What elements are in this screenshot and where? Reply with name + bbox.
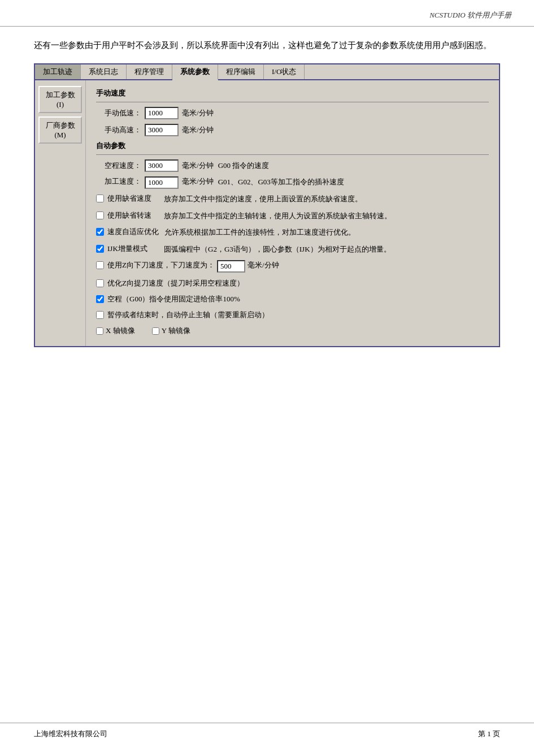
- tab-bar: 加工轨迹 系统日志 程序管理 系统参数 程序编辑 I/O状态: [35, 64, 499, 80]
- checkbox-row-z-down-speed: 使用Z向下刀速度，下刀速度为： 毫米/分钟: [96, 260, 489, 273]
- checkbox-row-g00-fixed-feed: 空程（G00）指令使用固定进给倍率100%: [96, 294, 489, 304]
- g00-fixed-feed-label[interactable]: 空程（G00）指令使用固定进给倍率100%: [107, 294, 240, 304]
- panel-body: 加工参数(I) 厂商参数(M) 手动速度 手动低速： 毫米/分钟 手动高速：: [35, 80, 499, 346]
- auto-stop-spindle-checkbox[interactable]: [96, 311, 104, 319]
- rapid-input[interactable]: [145, 159, 179, 172]
- adaptive-speed-desc: 允许系统根据加工工件的连接特性，对加工速度进行优化。: [164, 227, 489, 238]
- divider-1: [96, 102, 489, 102]
- use-default-speed-checkbox[interactable]: [96, 195, 104, 202]
- company-name: 上海维宏科技有限公司: [34, 729, 107, 739]
- optimize-z-up-label[interactable]: 优化Z向提刀速度（提刀时采用空程速度）: [107, 278, 244, 288]
- ijk-increment-desc: 圆弧编程中（G2，G3语句），圆心参数（IJK）为相对于起点的增量。: [164, 244, 489, 255]
- ijk-increment-label[interactable]: IJK增量模式: [107, 244, 158, 254]
- feed-desc: G01、G02、G03等加工指令的插补速度: [218, 176, 344, 188]
- y-mirror-item: Y 轴镜像: [152, 326, 190, 336]
- tab-system-log[interactable]: 系统日志: [81, 64, 127, 79]
- auto-stop-spindle-label[interactable]: 暂停或者结束时，自动停止主轴（需要重新启动）: [107, 310, 269, 320]
- intro-paragraph: 还有一些参数由于用户平时不会涉及到，所以系统界面中没有列出，这样也避免了过于复杂…: [34, 38, 500, 53]
- mirror-row: X 轴镜像 Y 轴镜像: [96, 326, 489, 336]
- x-mirror-label[interactable]: X 轴镜像: [106, 326, 135, 336]
- page-content: 还有一些参数由于用户平时不会涉及到，所以系统界面中没有列出，这样也避免了过于复杂…: [0, 27, 534, 370]
- manual-high-label: 手动高速：: [96, 125, 141, 135]
- tab-program-edit[interactable]: 程序编辑: [218, 64, 264, 79]
- checkbox-row-auto-stop-spindle: 暂停或者结束时，自动停止主轴（需要重新启动）: [96, 310, 489, 320]
- g00-fixed-feed-checkbox[interactable]: [96, 295, 104, 303]
- manual-low-input[interactable]: [145, 107, 179, 119]
- use-default-rpm-desc: 放弃加工文件中指定的主轴转速，使用人为设置的系统缺省主轴转速。: [164, 210, 489, 222]
- feed-input[interactable]: [145, 176, 179, 189]
- divider-2: [96, 154, 489, 155]
- vendor-params-button[interactable]: 厂商参数(M): [38, 116, 82, 144]
- manual-low-speed-row: 手动低速： 毫米/分钟: [96, 107, 489, 119]
- left-sidebar: 加工参数(I) 厂商参数(M): [35, 80, 86, 346]
- tab-io-status[interactable]: I/O状态: [264, 64, 305, 79]
- use-default-speed-desc: 放弃加工文件中指定的速度，使用上面设置的系统缺省速度。: [164, 193, 489, 205]
- y-mirror-label[interactable]: Y 轴镜像: [162, 326, 190, 336]
- main-panel: 加工轨迹 系统日志 程序管理 系统参数 程序编辑 I/O状态 加工参数(I) 厂…: [34, 63, 500, 347]
- machining-params-button[interactable]: 加工参数(I): [38, 86, 82, 113]
- x-mirror-checkbox[interactable]: [96, 327, 103, 335]
- checkbox-row-ijk: IJK增量模式 圆弧编程中（G2，G3语句），圆心参数（IJK）为相对于起点的增…: [96, 244, 489, 255]
- z-down-speed-checkbox[interactable]: [96, 261, 104, 269]
- use-default-speed-label[interactable]: 使用缺省速度: [107, 193, 158, 204]
- optimize-z-up-checkbox[interactable]: [96, 279, 104, 287]
- checkbox-row-optimize-z-up: 优化Z向提刀速度（提刀时采用空程速度）: [96, 278, 489, 288]
- feed-unit: 毫米/分钟: [182, 176, 214, 187]
- checkbox-row-adaptive-speed: 速度自适应优化 允许系统根据加工工件的连接特性，对加工速度进行优化。: [96, 227, 489, 238]
- page-footer: 上海维宏科技有限公司 第 1 页: [0, 723, 534, 739]
- z-down-speed-label[interactable]: 使用Z向下刀速度，下刀速度为：: [107, 260, 215, 270]
- adaptive-speed-label[interactable]: 速度自适应优化: [107, 227, 159, 237]
- tab-machining-track[interactable]: 加工轨迹: [35, 64, 81, 79]
- manual-high-input[interactable]: [145, 124, 179, 136]
- rapid-speed-row: 空程速度： 毫米/分钟 G00 指令的速度: [96, 159, 489, 172]
- rapid-unit: 毫米/分钟: [182, 161, 214, 171]
- auto-params-title: 自动参数: [96, 141, 489, 151]
- use-default-rpm-checkbox[interactable]: [96, 211, 104, 219]
- z-down-speed-unit: 毫米/分钟: [248, 260, 279, 270]
- page-header: NCSTUDIO 软件用户手册: [0, 0, 534, 27]
- tab-system-params[interactable]: 系统参数: [172, 64, 218, 80]
- manual-title: NCSTUDIO 软件用户手册: [429, 11, 511, 19]
- rapid-label: 空程速度：: [96, 161, 141, 171]
- feed-speed-row: 加工速度： 毫米/分钟 G01、G02、G03等加工指令的插补速度: [96, 176, 489, 189]
- manual-speed-section: 手动速度 手动低速： 毫米/分钟 手动高速： 毫米/分钟: [96, 88, 489, 136]
- manual-low-unit: 毫米/分钟: [182, 108, 214, 118]
- right-content: 手动速度 手动低速： 毫米/分钟 手动高速： 毫米/分钟 自动参数: [86, 80, 499, 346]
- feed-label: 加工速度：: [96, 176, 141, 187]
- auto-params-section: 自动参数 空程速度： 毫米/分钟 G00 指令的速度 加工速度： 毫米/分钟 G…: [96, 141, 489, 189]
- checkbox-row-default-speed: 使用缺省速度 放弃加工文件中指定的速度，使用上面设置的系统缺省速度。: [96, 193, 489, 205]
- manual-low-label: 手动低速：: [96, 108, 141, 118]
- use-default-rpm-label[interactable]: 使用缺省转速: [107, 210, 158, 221]
- x-mirror-item: X 轴镜像: [96, 326, 135, 336]
- y-mirror-checkbox[interactable]: [152, 327, 159, 335]
- tab-program-manage[interactable]: 程序管理: [127, 64, 172, 79]
- z-down-speed-input[interactable]: [217, 260, 245, 273]
- ijk-increment-checkbox[interactable]: [96, 245, 104, 253]
- manual-speed-title: 手动速度: [96, 88, 489, 98]
- rapid-desc: G00 指令的速度: [218, 161, 270, 171]
- checkbox-row-default-rpm: 使用缺省转速 放弃加工文件中指定的主轴转速，使用人为设置的系统缺省主轴转速。: [96, 210, 489, 222]
- adaptive-speed-checkbox[interactable]: [96, 228, 104, 236]
- manual-high-speed-row: 手动高速： 毫米/分钟: [96, 124, 489, 136]
- manual-high-unit: 毫米/分钟: [182, 125, 214, 135]
- page-number: 第 1 页: [478, 729, 500, 739]
